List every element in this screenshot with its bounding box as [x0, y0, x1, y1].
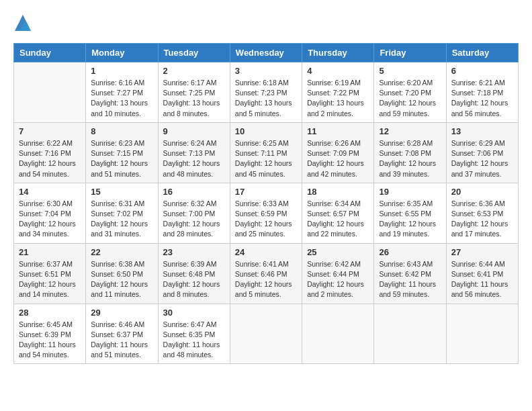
calendar-cell: 6Sunrise: 6:21 AM Sunset: 7:18 PM Daylig… — [446, 62, 518, 123]
calendar-week-4: 21Sunrise: 6:37 AM Sunset: 6:51 PM Dayli… — [14, 243, 519, 304]
day-number: 1 — [91, 66, 152, 76]
day-info: Sunrise: 6:23 AM Sunset: 7:15 PM Dayligh… — [91, 138, 152, 179]
calendar-table: SundayMondayTuesdayWednesdayThursdayFrid… — [13, 43, 519, 364]
calendar-week-3: 14Sunrise: 6:30 AM Sunset: 7:04 PM Dayli… — [14, 183, 519, 243]
column-header-wednesday: Wednesday — [230, 44, 302, 62]
day-number: 7 — [19, 126, 81, 136]
day-number: 5 — [379, 66, 441, 76]
day-number: 25 — [307, 247, 369, 257]
calendar-cell — [446, 304, 518, 364]
day-number: 29 — [91, 308, 152, 318]
calendar-cell — [14, 62, 86, 123]
day-info: Sunrise: 6:42 AM Sunset: 6:44 PM Dayligh… — [307, 259, 369, 300]
day-number: 22 — [91, 247, 152, 257]
day-info: Sunrise: 6:44 AM Sunset: 6:41 PM Dayligh… — [451, 259, 513, 300]
calendar-week-2: 7Sunrise: 6:22 AM Sunset: 7:16 PM Daylig… — [14, 122, 519, 183]
calendar-cell: 18Sunrise: 6:34 AM Sunset: 6:57 PM Dayli… — [302, 183, 374, 243]
calendar-cell: 12Sunrise: 6:28 AM Sunset: 7:08 PM Dayli… — [374, 122, 446, 183]
calendar-cell: 9Sunrise: 6:24 AM Sunset: 7:13 PM Daylig… — [158, 122, 230, 183]
day-info: Sunrise: 6:19 AM Sunset: 7:22 PM Dayligh… — [307, 78, 369, 119]
calendar-cell: 5Sunrise: 6:20 AM Sunset: 7:20 PM Daylig… — [374, 62, 446, 123]
day-number: 21 — [19, 247, 81, 257]
calendar-header-row: SundayMondayTuesdayWednesdayThursdayFrid… — [14, 44, 519, 62]
calendar-cell — [374, 304, 446, 364]
day-number: 16 — [163, 187, 225, 197]
day-number: 10 — [235, 126, 297, 136]
day-number: 30 — [163, 308, 225, 318]
day-number: 18 — [307, 187, 369, 197]
day-info: Sunrise: 6:25 AM Sunset: 7:11 PM Dayligh… — [235, 138, 297, 179]
calendar-cell: 2Sunrise: 6:17 AM Sunset: 7:25 PM Daylig… — [158, 62, 230, 123]
calendar-cell: 22Sunrise: 6:38 AM Sunset: 6:50 PM Dayli… — [86, 243, 158, 304]
column-header-friday: Friday — [374, 44, 446, 62]
day-info: Sunrise: 6:46 AM Sunset: 6:37 PM Dayligh… — [91, 320, 152, 361]
day-number: 3 — [235, 66, 297, 76]
calendar-cell: 23Sunrise: 6:39 AM Sunset: 6:48 PM Dayli… — [158, 243, 230, 304]
calendar-cell: 21Sunrise: 6:37 AM Sunset: 6:51 PM Dayli… — [14, 243, 86, 304]
day-number: 28 — [19, 308, 81, 318]
calendar-cell: 27Sunrise: 6:44 AM Sunset: 6:41 PM Dayli… — [446, 243, 518, 304]
calendar-cell: 15Sunrise: 6:31 AM Sunset: 7:02 PM Dayli… — [86, 183, 158, 243]
calendar-cell: 11Sunrise: 6:26 AM Sunset: 7:09 PM Dayli… — [302, 122, 374, 183]
calendar-cell: 1Sunrise: 6:16 AM Sunset: 7:27 PM Daylig… — [86, 62, 158, 123]
calendar-week-1: 1Sunrise: 6:16 AM Sunset: 7:27 PM Daylig… — [14, 62, 519, 123]
calendar-cell: 14Sunrise: 6:30 AM Sunset: 7:04 PM Dayli… — [14, 183, 86, 243]
calendar-cell — [302, 304, 374, 364]
day-info: Sunrise: 6:33 AM Sunset: 6:59 PM Dayligh… — [235, 199, 297, 240]
calendar-cell: 7Sunrise: 6:22 AM Sunset: 7:16 PM Daylig… — [14, 122, 86, 183]
calendar-cell — [230, 304, 302, 364]
day-number: 24 — [235, 247, 297, 257]
day-info: Sunrise: 6:30 AM Sunset: 7:04 PM Dayligh… — [19, 199, 81, 240]
calendar-cell: 13Sunrise: 6:29 AM Sunset: 7:06 PM Dayli… — [446, 122, 518, 183]
day-number: 19 — [379, 187, 441, 197]
logo-icon — [13, 13, 32, 32]
day-number: 23 — [163, 247, 225, 257]
day-number: 4 — [307, 66, 369, 76]
day-info: Sunrise: 6:29 AM Sunset: 7:06 PM Dayligh… — [451, 138, 513, 179]
column-header-tuesday: Tuesday — [158, 44, 230, 62]
day-number: 26 — [379, 247, 441, 257]
calendar-cell: 24Sunrise: 6:41 AM Sunset: 6:46 PM Dayli… — [230, 243, 302, 304]
day-number: 2 — [163, 66, 225, 76]
day-info: Sunrise: 6:17 AM Sunset: 7:25 PM Dayligh… — [163, 78, 225, 119]
day-number: 13 — [451, 126, 513, 136]
day-info: Sunrise: 6:16 AM Sunset: 7:27 PM Dayligh… — [91, 78, 152, 119]
calendar-cell: 20Sunrise: 6:36 AM Sunset: 6:53 PM Dayli… — [446, 183, 518, 243]
calendar-cell: 30Sunrise: 6:47 AM Sunset: 6:35 PM Dayli… — [158, 304, 230, 364]
calendar-cell: 10Sunrise: 6:25 AM Sunset: 7:11 PM Dayli… — [230, 122, 302, 183]
day-info: Sunrise: 6:24 AM Sunset: 7:13 PM Dayligh… — [163, 138, 225, 179]
day-info: Sunrise: 6:26 AM Sunset: 7:09 PM Dayligh… — [307, 138, 369, 179]
day-number: 11 — [307, 126, 369, 136]
day-info: Sunrise: 6:32 AM Sunset: 7:00 PM Dayligh… — [163, 199, 225, 240]
day-info: Sunrise: 6:20 AM Sunset: 7:20 PM Dayligh… — [379, 78, 441, 119]
day-info: Sunrise: 6:41 AM Sunset: 6:46 PM Dayligh… — [235, 259, 297, 300]
day-info: Sunrise: 6:21 AM Sunset: 7:18 PM Dayligh… — [451, 78, 513, 119]
calendar-cell: 16Sunrise: 6:32 AM Sunset: 7:00 PM Dayli… — [158, 183, 230, 243]
column-header-sunday: Sunday — [14, 44, 86, 62]
day-info: Sunrise: 6:31 AM Sunset: 7:02 PM Dayligh… — [91, 199, 152, 240]
calendar-cell: 29Sunrise: 6:46 AM Sunset: 6:37 PM Dayli… — [86, 304, 158, 364]
day-info: Sunrise: 6:43 AM Sunset: 6:42 PM Dayligh… — [379, 259, 441, 300]
day-info: Sunrise: 6:37 AM Sunset: 6:51 PM Dayligh… — [19, 259, 81, 300]
day-number: 8 — [91, 126, 152, 136]
day-info: Sunrise: 6:18 AM Sunset: 7:23 PM Dayligh… — [235, 78, 297, 119]
calendar-cell: 28Sunrise: 6:45 AM Sunset: 6:39 PM Dayli… — [14, 304, 86, 364]
calendar-cell: 8Sunrise: 6:23 AM Sunset: 7:15 PM Daylig… — [86, 122, 158, 183]
column-header-monday: Monday — [86, 44, 158, 62]
day-number: 6 — [451, 66, 513, 76]
day-info: Sunrise: 6:22 AM Sunset: 7:16 PM Dayligh… — [19, 138, 81, 179]
calendar-week-5: 28Sunrise: 6:45 AM Sunset: 6:39 PM Dayli… — [14, 304, 519, 364]
day-info: Sunrise: 6:34 AM Sunset: 6:57 PM Dayligh… — [307, 199, 369, 240]
page-header — [13, 13, 519, 32]
calendar-cell: 3Sunrise: 6:18 AM Sunset: 7:23 PM Daylig… — [230, 62, 302, 123]
day-info: Sunrise: 6:36 AM Sunset: 6:53 PM Dayligh… — [451, 199, 513, 240]
calendar-cell: 4Sunrise: 6:19 AM Sunset: 7:22 PM Daylig… — [302, 62, 374, 123]
day-info: Sunrise: 6:38 AM Sunset: 6:50 PM Dayligh… — [91, 259, 152, 300]
column-header-saturday: Saturday — [446, 44, 518, 62]
day-number: 9 — [163, 126, 225, 136]
calendar-cell: 26Sunrise: 6:43 AM Sunset: 6:42 PM Dayli… — [374, 243, 446, 304]
day-number: 17 — [235, 187, 297, 197]
day-info: Sunrise: 6:39 AM Sunset: 6:48 PM Dayligh… — [163, 259, 225, 300]
day-info: Sunrise: 6:47 AM Sunset: 6:35 PM Dayligh… — [163, 320, 225, 361]
day-number: 12 — [379, 126, 441, 136]
